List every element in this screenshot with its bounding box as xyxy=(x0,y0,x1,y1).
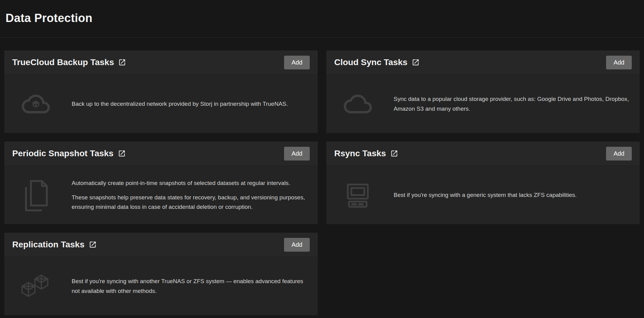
card-description-line: Back up to the decentralized network pro… xyxy=(72,99,309,109)
card-header: TrueCloud Backup Tasks Add xyxy=(4,50,318,75)
card-description-line: Sync data to a popular cloud storage pro… xyxy=(394,94,631,113)
page-header: Data Protection xyxy=(0,0,644,25)
periodic-snapshot-tasks-link[interactable]: Periodic Snapshot Tasks xyxy=(12,149,126,158)
card-description-line: These snapshots help preserve data state… xyxy=(72,193,309,212)
card-body: Best if you're syncing with a generic sy… xyxy=(326,166,640,224)
card-description-line: Automatically create point-in-time snaps… xyxy=(72,178,309,188)
card-body: Best if you're syncing with another True… xyxy=(4,257,318,315)
card-header: Cloud Sync Tasks Add xyxy=(326,50,640,75)
card-title-text: Cloud Sync Tasks xyxy=(334,57,407,67)
data-protection-cards: TrueCloud Backup Tasks Add xyxy=(0,50,644,315)
computer-icon xyxy=(335,180,381,210)
external-link-icon xyxy=(118,58,126,66)
card-replication-tasks: Replication Tasks Add xyxy=(4,233,318,315)
card-title-text: Replication Tasks xyxy=(12,240,84,250)
card-description: Sync data to a popular cloud storage pro… xyxy=(394,94,631,113)
card-description: Best if you're syncing with another True… xyxy=(72,276,309,296)
card-description-line: Best if you're syncing with another True… xyxy=(72,276,309,296)
card-body: Automatically create point-in-time snaps… xyxy=(4,166,318,224)
card-cloud-sync-tasks: Cloud Sync Tasks Add Sync data to a popu… xyxy=(326,50,640,133)
external-link-icon xyxy=(89,241,97,249)
cubes-icon xyxy=(13,272,59,301)
header-divider xyxy=(0,37,644,38)
cloud-icon xyxy=(335,90,381,118)
card-truecloud-backup-tasks: TrueCloud Backup Tasks Add xyxy=(4,50,318,133)
external-link-icon xyxy=(118,150,126,157)
card-header: Replication Tasks Add xyxy=(4,233,318,257)
cloud-sync-tasks-link[interactable]: Cloud Sync Tasks xyxy=(334,57,420,67)
card-description-line: Best if you're syncing with a generic sy… xyxy=(394,190,631,200)
truecloud-add-button[interactable]: Add xyxy=(284,56,310,69)
page-title: Data Protection xyxy=(6,12,638,25)
card-title-text: Rsync Tasks xyxy=(334,149,386,158)
external-link-icon xyxy=(412,58,420,66)
truecloud-backup-tasks-link[interactable]: TrueCloud Backup Tasks xyxy=(12,57,126,67)
replication-add-button[interactable]: Add xyxy=(284,238,310,252)
card-description: Back up to the decentralized network pro… xyxy=(72,99,309,109)
card-title-text: TrueCloud Backup Tasks xyxy=(12,57,114,67)
cloud-sync-add-button[interactable]: Add xyxy=(606,56,632,69)
storj-cloud-icon xyxy=(13,90,59,118)
card-body: Back up to the decentralized network pro… xyxy=(4,75,318,133)
card-body: Sync data to a popular cloud storage pro… xyxy=(326,75,640,133)
periodic-snapshot-add-button[interactable]: Add xyxy=(284,147,310,161)
card-header: Periodic Snapshot Tasks Add xyxy=(4,142,318,166)
card-rsync-tasks: Rsync Tasks Add Best if you're syncing w… xyxy=(326,142,640,224)
replication-tasks-link[interactable]: Replication Tasks xyxy=(12,240,97,250)
card-title-text: Periodic Snapshot Tasks xyxy=(12,149,114,158)
card-periodic-snapshot-tasks: Periodic Snapshot Tasks Add Automaticall… xyxy=(4,142,318,224)
card-header: Rsync Tasks Add xyxy=(326,142,640,166)
card-description: Automatically create point-in-time snaps… xyxy=(72,178,309,212)
card-description: Best if you're syncing with a generic sy… xyxy=(394,190,631,200)
documents-icon xyxy=(13,177,59,213)
rsync-add-button[interactable]: Add xyxy=(606,147,632,161)
external-link-icon xyxy=(390,150,398,157)
rsync-tasks-link[interactable]: Rsync Tasks xyxy=(334,149,398,158)
